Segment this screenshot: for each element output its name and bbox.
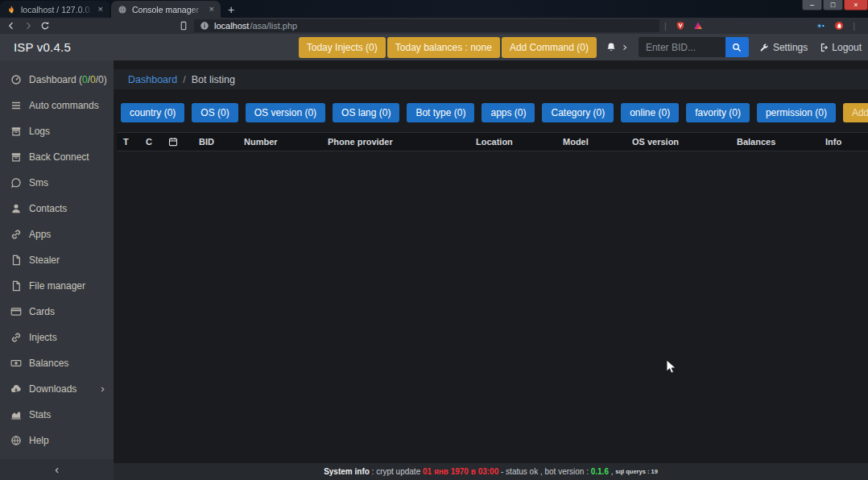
status-segment: , bbox=[609, 467, 615, 476]
window-maximize-button[interactable]: □ bbox=[823, 0, 843, 10]
column-header-location[interactable]: Location bbox=[469, 133, 556, 151]
search-icon bbox=[732, 43, 742, 52]
breadcrumb-current: Bot listing bbox=[192, 74, 235, 85]
app-brand: ISP v0.4.5 bbox=[14, 40, 71, 54]
sidebar-item-downloads[interactable]: Downloads bbox=[0, 376, 114, 402]
browser-tab-console-mana[interactable]: Console manager× bbox=[111, 1, 221, 18]
column-header-c[interactable]: C bbox=[139, 133, 162, 151]
filter-button-add-command-0[interactable]: Add Command (0) bbox=[843, 103, 868, 122]
chart-icon bbox=[10, 409, 22, 420]
back-icon[interactable] bbox=[6, 21, 16, 31]
file-icon bbox=[10, 280, 22, 292]
triangle-extension-icon[interactable] bbox=[693, 21, 703, 31]
site-info-icon[interactable] bbox=[200, 21, 209, 31]
sidebar-item-apps[interactable]: Apps bbox=[0, 221, 114, 247]
settings-button[interactable]: Settings bbox=[759, 42, 808, 53]
sidebar-item-injects[interactable]: Injects bbox=[0, 325, 114, 350]
sidebar-item-help[interactable]: Help bbox=[0, 428, 114, 453]
filter-button-permission-0[interactable]: permission (0) bbox=[757, 103, 836, 122]
main-content: Dashboard / Bot listing country (0)OS (0… bbox=[114, 60, 868, 480]
sidebar-item-stats[interactable]: Stats bbox=[0, 402, 114, 428]
browser-window: localhost / 127.0.0.1 / asacube | ph×Con… bbox=[0, 0, 868, 480]
sidebar-collapse-button[interactable]: ‹ bbox=[0, 459, 114, 480]
url-bar[interactable]: localhost /asa/list.php bbox=[194, 19, 659, 32]
status-segment: - status ok , bot version : bbox=[498, 467, 591, 476]
tab-close-icon[interactable]: × bbox=[98, 5, 103, 14]
today-injects-0-button[interactable]: Today Injects (0) bbox=[299, 37, 386, 58]
logout-button[interactable]: Logout bbox=[818, 42, 862, 53]
filter-button-bot-type-0[interactable]: Bot type (0) bbox=[407, 103, 474, 122]
sidebar-item-label: Downloads bbox=[29, 383, 76, 395]
sidebar-item-sms[interactable]: Sms bbox=[0, 170, 114, 196]
sidebar-item-label: Logs bbox=[29, 126, 50, 137]
filter-button-category-0[interactable]: Category (0) bbox=[542, 103, 614, 122]
column-header-number[interactable]: Number bbox=[238, 133, 321, 151]
today-balances-none-button[interactable]: Today balances : none bbox=[387, 37, 500, 58]
filter-button-country-0[interactable]: country (0) bbox=[121, 103, 184, 122]
browser-tab-strip: localhost / 127.0.0.1 / asacube | ph×Con… bbox=[0, 0, 868, 18]
breadcrumb: Dashboard / Bot listing bbox=[114, 69, 868, 89]
app-header: ISP v0.4.5 Today Injects (0)Today balanc… bbox=[0, 34, 868, 60]
logout-icon bbox=[818, 43, 828, 52]
forward-icon[interactable] bbox=[23, 21, 33, 31]
column-header-date[interactable] bbox=[162, 133, 192, 151]
filter-button-favority-0[interactable]: favority (0) bbox=[686, 103, 750, 122]
sidebar-item-balances[interactable]: Balances bbox=[0, 350, 114, 376]
tab-close-icon[interactable]: × bbox=[209, 5, 214, 14]
browser-toolbar: localhost /asa/list.php | | bbox=[0, 18, 868, 34]
new-tab-button[interactable]: + bbox=[222, 2, 240, 18]
search-button[interactable] bbox=[725, 37, 749, 57]
column-header-os-version[interactable]: OS version bbox=[626, 133, 730, 151]
sidebar-item-dashboard[interactable]: Dashboard (0/0/0) bbox=[0, 67, 114, 93]
sidebar-item-label: Help bbox=[29, 435, 49, 446]
filter-button-os-0[interactable]: OS (0) bbox=[192, 103, 238, 122]
sidebar-item-logs[interactable]: Logs bbox=[0, 118, 114, 144]
reading-panel-icon[interactable] bbox=[179, 21, 188, 31]
filter-button-os-lang-0[interactable]: OS lang (0) bbox=[333, 103, 399, 122]
column-header-balances[interactable]: Balances bbox=[730, 133, 819, 151]
filter-button-os-version-0[interactable]: OS version (0) bbox=[246, 103, 325, 122]
window-minimize-button[interactable]: – bbox=[802, 0, 822, 10]
add-command-0-button[interactable]: Add Command (0) bbox=[502, 37, 597, 58]
refresh-icon[interactable] bbox=[40, 21, 50, 31]
status-segment: : crypt update bbox=[370, 467, 423, 476]
sidebar-item-file-manager[interactable]: File manager bbox=[0, 273, 114, 299]
sidebar-item-back-connect[interactable]: Back Connect bbox=[0, 144, 114, 170]
breadcrumb-dashboard-link[interactable]: Dashboard bbox=[128, 74, 177, 85]
cloud-icon bbox=[10, 383, 22, 395]
sidebar-item-contacts[interactable]: Contacts bbox=[0, 196, 114, 221]
bid-search-group bbox=[639, 37, 749, 57]
sidebar-item-auto-commands[interactable]: Auto commands bbox=[0, 93, 114, 118]
globe-gray-icon bbox=[118, 5, 127, 14]
globe-icon bbox=[10, 435, 22, 446]
bot-table-header: TCBIDNumberPhone providerLocationModelOS… bbox=[117, 132, 868, 151]
bell-icon[interactable] bbox=[606, 42, 617, 53]
chat-icon bbox=[10, 177, 22, 188]
window-controls: – □ × bbox=[801, 0, 868, 10]
count-yellow: 0 bbox=[90, 74, 96, 85]
column-header-t[interactable]: T bbox=[117, 133, 139, 151]
sidebar-item-cards[interactable]: Cards bbox=[0, 299, 114, 325]
window-close-button[interactable]: × bbox=[844, 0, 868, 10]
bid-search-input[interactable] bbox=[639, 37, 725, 57]
dashboard-counts: (0/0/0) bbox=[76, 74, 107, 85]
column-header-phone-provider[interactable]: Phone provider bbox=[321, 133, 469, 151]
blocker-extension-icon[interactable] bbox=[834, 21, 844, 31]
column-header-info[interactable]: Info bbox=[819, 133, 868, 151]
adblock-extension-icon[interactable] bbox=[816, 21, 826, 31]
breadcrumb-separator: / bbox=[183, 74, 185, 85]
sidebar-item-stealer[interactable]: Stealer bbox=[0, 247, 114, 273]
column-header-bid[interactable]: BID bbox=[192, 133, 238, 151]
chevron-right-icon[interactable] bbox=[621, 43, 629, 52]
filter-button-online-0[interactable]: online (0) bbox=[621, 103, 679, 122]
filter-bar: country (0)OS (0)OS version (0)OS lang (… bbox=[121, 103, 865, 122]
sidebar-item-label: File manager bbox=[29, 280, 85, 292]
sidebar-item-label: Auto commands bbox=[29, 100, 99, 111]
browser-tab-localhost[interactable]: localhost / 127.0.0.1 / asacube | ph× bbox=[0, 1, 110, 18]
shield-extension-icon[interactable] bbox=[676, 21, 685, 31]
filter-button-apps-0[interactable]: apps (0) bbox=[482, 103, 535, 122]
column-header-model[interactable]: Model bbox=[556, 133, 626, 151]
archive-icon bbox=[10, 151, 22, 163]
link-icon bbox=[10, 332, 22, 343]
system-info-footer: System info : crypt update 01 янв 1970 в… bbox=[114, 463, 868, 480]
